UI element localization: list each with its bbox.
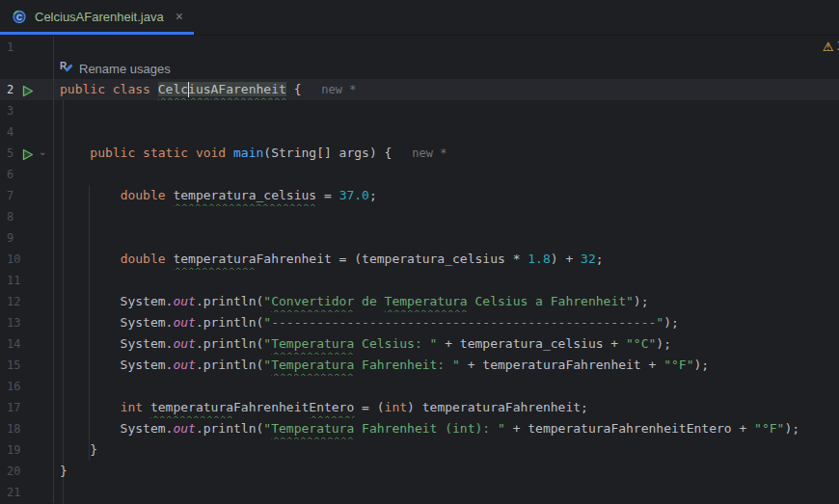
code-text[interactable] — [54, 227, 839, 249]
code-line[interactable]: 7 double temperatura_celsius = 37.0; — [0, 185, 839, 206]
code-token: .println( — [196, 315, 263, 330]
typo-token: Entero — [309, 400, 354, 414]
run-icon[interactable] — [22, 147, 34, 165]
code-line[interactable]: 12 System.out.println("Convertidor de Te… — [0, 291, 839, 312]
gutter: 10 — [0, 249, 54, 270]
code-text[interactable]: System.out.println("Convertidor de Tempe… — [54, 291, 839, 312]
code-text[interactable]: double temperaturaFahrenheit = (temperat… — [54, 249, 839, 270]
tab-bar: C CelciusAFarenheit.java × — [0, 0, 839, 36]
code-line[interactable]: 13 System.out.println("-----------------… — [0, 312, 839, 333]
code-text[interactable]: System.out.println("Temperatura Celsius:… — [54, 333, 839, 355]
line-number: 19 — [7, 439, 20, 461]
code-token — [60, 400, 121, 414]
code-token: System. — [60, 315, 173, 330]
code-line[interactable]: 14 System.out.println("Temperatura Celsi… — [0, 333, 839, 355]
code-text[interactable] — [54, 121, 839, 143]
typo-token: AFarenheit — [211, 82, 286, 96]
code-line[interactable]: 17 int temperaturaFahrenheitEntero = (in… — [0, 397, 839, 418]
code-token: "°F" — [663, 358, 693, 372]
code-token: .println( — [196, 336, 263, 351]
code-token: ); — [663, 315, 679, 330]
line-number: 9 — [7, 227, 14, 249]
code-text[interactable] — [54, 376, 839, 397]
typo-token: temperatura_celsius — [173, 188, 316, 202]
gutter: 15 — [0, 355, 54, 376]
code-line[interactable]: 21 — [0, 482, 839, 503]
code-text[interactable]: System.out.println("Temperatura Fahrenhe… — [54, 355, 839, 376]
editor: 1RRename usages2public class CelciusAFar… — [0, 37, 839, 503]
gutter: 16 — [0, 376, 54, 397]
typo-token: Temperatura — [271, 421, 354, 436]
code-text[interactable] — [54, 164, 839, 185]
code-token: " — [263, 421, 271, 436]
gutter: 2 — [0, 79, 54, 100]
code-token: "°C" — [626, 336, 656, 351]
code-token: ; — [596, 252, 604, 266]
code-token: new * — [321, 83, 356, 96]
typo-token: temperatura — [173, 252, 256, 266]
code-line[interactable]: 18 System.out.println("Temperatura Fahre… — [0, 418, 839, 439]
code-token: " — [263, 358, 271, 372]
code-line[interactable]: 3 — [0, 100, 839, 121]
typo-token: temperatura — [150, 400, 233, 414]
chevron-down-icon[interactable]: ⌄ — [39, 143, 46, 162]
code-token: = (temperatura_celsius * — [332, 252, 528, 266]
code-token — [60, 252, 121, 266]
code-line[interactable]: 10 double temperaturaFahrenheit = (tempe… — [0, 249, 839, 270]
rename-usages-hint[interactable]: Rename usages — [79, 62, 171, 76]
code-text[interactable] — [54, 37, 839, 58]
line-number: 12 — [7, 291, 20, 312]
gutter: 4 — [0, 121, 54, 143]
code-token: out — [173, 421, 195, 436]
code-text[interactable] — [54, 206, 839, 227]
code-text[interactable]: public static void main(String[] args) {… — [54, 143, 839, 164]
code-line[interactable]: 2public class CelciusAFarenheit { new * — [0, 79, 839, 100]
code-line[interactable]: 16 — [0, 376, 839, 397]
close-icon[interactable]: × — [176, 10, 183, 23]
code-token: double — [121, 252, 174, 266]
code-text[interactable]: System.out.println("--------------------… — [54, 312, 839, 333]
run-icon[interactable] — [22, 84, 34, 101]
typo-token: Temperatura — [271, 358, 354, 372]
editor-tab[interactable]: C CelciusAFarenheit.java × — [0, 0, 197, 33]
code-text[interactable] — [54, 482, 839, 503]
code-token: "°F" — [754, 421, 784, 436]
gutter: 3 — [0, 100, 54, 121]
code-line[interactable]: 4 — [0, 121, 839, 143]
code-text[interactable]: double temperatura_celsius = 37.0; — [54, 185, 839, 206]
line-number: 17 — [7, 397, 20, 418]
gutter: 20 — [0, 461, 54, 482]
line-number: 8 — [7, 206, 14, 227]
code-line[interactable]: 6 — [0, 164, 839, 185]
line-number: 7 — [7, 185, 14, 206]
gutter: 9 — [0, 227, 54, 249]
code-line[interactable]: RRename usages — [0, 58, 839, 79]
code-token: out — [173, 358, 195, 372]
code-line[interactable]: 11 — [0, 270, 839, 291]
code-text[interactable] — [54, 270, 839, 291]
code-token: ); — [634, 294, 649, 308]
code-line[interactable]: 15 System.out.println("Temperatura Fahre… — [0, 355, 839, 376]
code-line[interactable]: 19 } — [0, 439, 839, 461]
code-line[interactable]: 8 — [0, 206, 839, 227]
code-text[interactable]: int temperaturaFahrenheitEntero = (int) … — [54, 397, 839, 418]
gutter: 5⌄ — [0, 143, 54, 164]
code-line[interactable]: 9 — [0, 227, 839, 249]
typo-token: Temperatura — [385, 294, 468, 308]
code-text[interactable]: System.out.println("Temperatura Fahrenhe… — [54, 418, 839, 439]
gutter: 17 — [0, 397, 54, 418]
code-token: System. — [60, 294, 173, 308]
code-text[interactable] — [54, 100, 839, 121]
line-number: 2 — [7, 79, 14, 100]
code-text[interactable]: RRename usages — [54, 58, 839, 79]
code-text[interactable]: public class CelciusAFarenheit { new * — [54, 79, 839, 100]
code-line[interactable]: 5⌄ public static void main(String[] args… — [0, 143, 839, 164]
code-token: .println( — [196, 294, 263, 308]
rename-icon: R — [60, 62, 73, 75]
code-text[interactable]: } — [54, 439, 839, 461]
code-line[interactable]: 20} — [0, 461, 839, 482]
code-text[interactable]: } — [54, 461, 839, 482]
code-line[interactable]: 1 — [0, 37, 839, 58]
typo-token: Convertidor — [271, 294, 354, 308]
gutter: 18 — [0, 418, 54, 439]
